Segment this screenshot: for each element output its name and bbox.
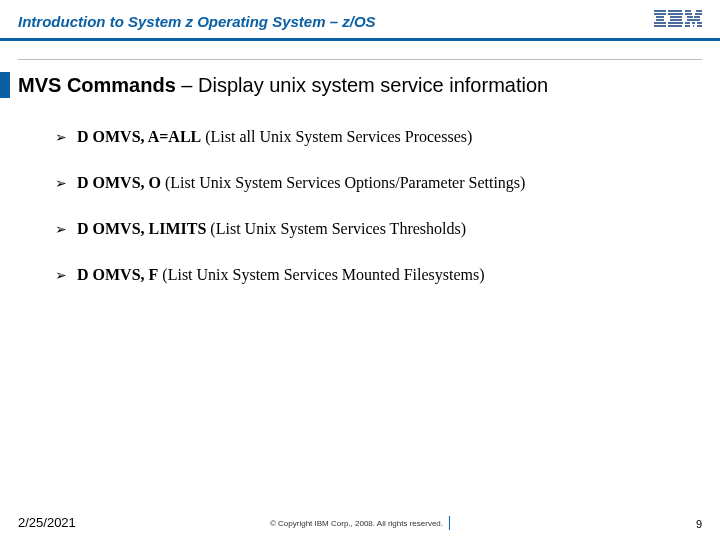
svg-rect-14	[685, 13, 692, 15]
command-desc: (List Unix System Services Options/Param…	[161, 174, 525, 191]
svg-rect-24	[697, 25, 702, 27]
page-number: 9	[696, 518, 702, 530]
svg-rect-11	[668, 25, 682, 27]
slide-title-row: MVS Commands – Display unix system servi…	[0, 72, 702, 98]
item-text: D OMVS, F (List Unix System Services Mou…	[77, 266, 485, 284]
title-accent-bar	[0, 72, 10, 98]
title-bold: MVS Commands	[18, 74, 176, 96]
command-text: D OMVS, O	[77, 174, 161, 191]
title-sep: –	[176, 74, 198, 96]
svg-rect-22	[685, 25, 690, 27]
footer-date: 2/25/2021	[18, 515, 76, 530]
svg-rect-4	[654, 22, 666, 24]
svg-rect-1	[654, 13, 666, 15]
svg-rect-3	[656, 19, 664, 21]
svg-rect-13	[696, 10, 702, 12]
svg-rect-18	[687, 19, 700, 21]
title-rest: Display unix system service information	[198, 74, 548, 96]
item-text: D OMVS, A=ALL (List all Unix System Serv…	[77, 128, 472, 146]
bullet-arrow-icon: ➢	[55, 128, 67, 148]
svg-rect-15	[695, 13, 702, 15]
svg-rect-16	[687, 16, 693, 18]
footer-copyright-block: © Copyright IBM Corp., 2008. All rights …	[270, 516, 450, 530]
svg-rect-17	[694, 16, 700, 18]
bullet-arrow-icon: ➢	[55, 220, 67, 240]
command-desc: (List Unix System Services Thresholds)	[206, 220, 466, 237]
svg-rect-20	[692, 22, 695, 24]
command-text: D OMVS, A=ALL	[77, 128, 201, 145]
item-text: D OMVS, LIMITS (List Unix System Service…	[77, 220, 466, 238]
header-title: Introduction to System z Operating Syste…	[18, 13, 376, 30]
slide-title: MVS Commands – Display unix system servi…	[18, 74, 548, 97]
ibm-logo	[654, 10, 702, 32]
svg-rect-0	[654, 10, 666, 12]
footer-divider	[449, 516, 450, 530]
divider	[18, 59, 702, 60]
bullet-arrow-icon: ➢	[55, 266, 67, 286]
svg-rect-2	[656, 16, 664, 18]
command-desc: (List Unix System Services Mounted Files…	[158, 266, 484, 283]
svg-rect-10	[668, 22, 683, 24]
list-item: ➢ D OMVS, LIMITS (List Unix System Servi…	[55, 220, 680, 240]
svg-rect-5	[654, 25, 666, 27]
command-text: D OMVS, F	[77, 266, 158, 283]
list-item: ➢ D OMVS, A=ALL (List all Unix System Se…	[55, 128, 680, 148]
list-item: ➢ D OMVS, F (List Unix System Services M…	[55, 266, 680, 286]
svg-rect-23	[693, 25, 694, 27]
slide-header: Introduction to System z Operating Syste…	[0, 0, 720, 41]
list-item: ➢ D OMVS, O (List Unix System Services O…	[55, 174, 680, 194]
bullet-arrow-icon: ➢	[55, 174, 67, 194]
svg-rect-9	[670, 19, 682, 21]
svg-rect-8	[670, 16, 682, 18]
footer-copyright: © Copyright IBM Corp., 2008. All rights …	[270, 519, 443, 528]
command-text: D OMVS, LIMITS	[77, 220, 206, 237]
command-desc: (List all Unix System Services Processes…	[201, 128, 472, 145]
svg-rect-6	[668, 10, 682, 12]
svg-rect-12	[685, 10, 691, 12]
item-text: D OMVS, O (List Unix System Services Opt…	[77, 174, 525, 192]
svg-rect-7	[668, 13, 683, 15]
svg-rect-21	[697, 22, 702, 24]
svg-rect-19	[685, 22, 690, 24]
content-area: ➢ D OMVS, A=ALL (List all Unix System Se…	[55, 128, 680, 286]
